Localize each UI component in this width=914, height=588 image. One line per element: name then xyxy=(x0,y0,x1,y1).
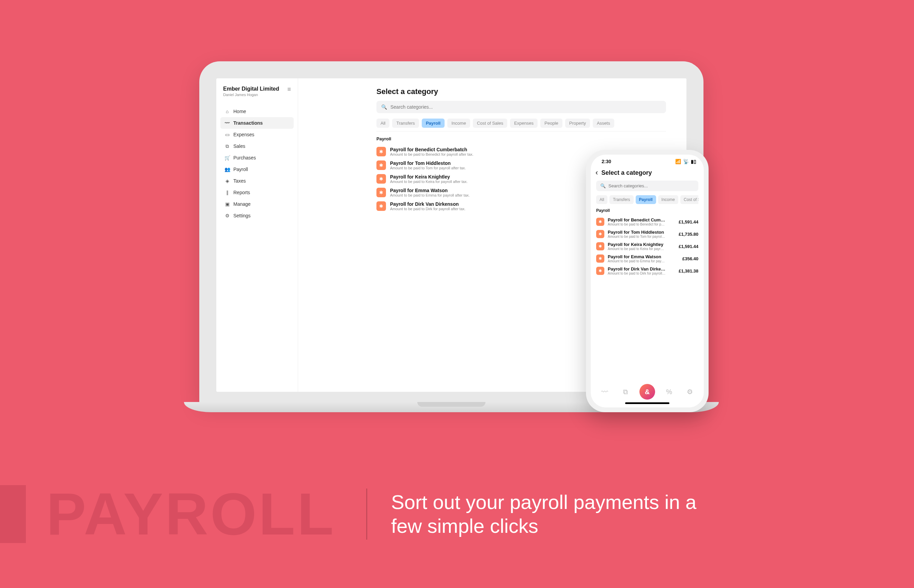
person-icon: ✱ xyxy=(596,267,604,275)
mobile-search-input[interactable] xyxy=(609,183,694,188)
home-indicator xyxy=(625,402,669,404)
payroll-amount: £356.40 xyxy=(682,256,698,261)
nav-manage[interactable]: ▣Manage xyxy=(220,198,294,210)
tagline: Sort out your payroll payments in a few … xyxy=(391,490,732,538)
payroll-sub: Amount to be paid to Keira for payroll a… xyxy=(608,247,666,251)
search-box[interactable]: 🔍 xyxy=(376,101,666,113)
tab-payroll[interactable]: Payroll xyxy=(422,118,444,128)
nav-label: Settings xyxy=(233,213,251,218)
nav-label: Taxes xyxy=(233,178,246,184)
tab-income[interactable]: Income xyxy=(447,118,470,128)
status-time: 2:30 xyxy=(602,159,611,164)
payroll-row[interactable]: ✱ Payroll for Dirk Van Dirkens… Amount t… xyxy=(596,265,698,277)
phone-mockup: 2:30 📶 📡 ▮▯ ‹ Select a category 🔍 All Tr… xyxy=(586,150,709,412)
search-icon: 🔍 xyxy=(600,183,606,188)
nav-label: Transactions xyxy=(233,120,263,126)
nav-taxes[interactable]: ◈Taxes xyxy=(220,175,294,187)
payroll-row[interactable]: ✱ Payroll for Benedict Cumbe… Amount to … xyxy=(596,216,698,228)
laptop-notch xyxy=(417,402,486,407)
search-icon: 🔍 xyxy=(381,104,387,110)
tab-cost-partial[interactable]: Cost of S xyxy=(680,195,698,204)
tab-cost-of-sales[interactable]: Cost of Sales xyxy=(473,118,507,128)
payroll-text: Payroll for Dirk Van Dirkens… Amount to … xyxy=(608,267,675,275)
nav-label: Expenses xyxy=(233,132,254,137)
cart-icon: 🛒 xyxy=(224,155,230,160)
battery-icon: ▮▯ xyxy=(691,159,696,164)
payroll-sub: Amount to be paid to Dirk for payroll af… xyxy=(608,271,666,275)
payroll-title: Payroll for Emma Watson xyxy=(608,254,666,259)
tabbar-center-button[interactable]: & xyxy=(639,384,655,400)
mobile-title: Select a category xyxy=(601,169,652,176)
person-icon: ✱ xyxy=(376,160,386,170)
tab-people[interactable]: People xyxy=(540,118,562,128)
person-icon: ✱ xyxy=(376,201,386,211)
nav-settings[interactable]: ⚙Settings xyxy=(220,210,294,221)
accent-bar xyxy=(0,485,26,543)
tab-payroll[interactable]: Payroll xyxy=(636,195,656,204)
tab-assets[interactable]: Assets xyxy=(593,118,614,128)
mobile-tab-bar: 〰 ⧉ & % ⚙ xyxy=(591,380,704,402)
nav-payroll[interactable]: 👥Payroll xyxy=(220,163,294,175)
section-label: Payroll xyxy=(376,136,666,141)
payroll-title: Payroll for Benedict Cumbe… xyxy=(608,217,666,223)
payroll-row[interactable]: ✱ Payroll for Emma Watson Amount to be p… xyxy=(596,252,698,265)
mobile-section-label: Payroll xyxy=(596,208,698,213)
tab-property[interactable]: Property xyxy=(565,118,590,128)
tab-all[interactable]: All xyxy=(376,118,389,128)
nav-label: Manage xyxy=(233,201,251,207)
tabbar-box-icon[interactable]: ⧉ xyxy=(618,385,632,399)
person-icon: ✱ xyxy=(376,147,386,157)
status-icons: 📶 📡 ▮▯ xyxy=(675,159,696,164)
nav-transactions[interactable]: 〰Transactions xyxy=(220,117,294,129)
headline: PAYROLL xyxy=(46,484,336,544)
sidebar-collapse-icon[interactable]: ≡ xyxy=(287,86,291,93)
company-name: Ember Digital Limited xyxy=(223,86,279,92)
payroll-row[interactable]: ✱ Payroll for Keira Knightley Amount to … xyxy=(596,240,698,252)
tab-expenses[interactable]: Expenses xyxy=(510,118,538,128)
payroll-text: Payroll for Emma Watson Amount to be pai… xyxy=(608,254,679,263)
status-bar: 2:30 📶 📡 ▮▯ xyxy=(591,155,704,166)
user-name: Daniel James Hogan xyxy=(223,93,279,97)
payroll-amount: £1,591.44 xyxy=(678,244,698,249)
mobile-header: ‹ Select a category xyxy=(591,166,704,181)
tab-all[interactable]: All xyxy=(596,195,607,204)
payroll-text: Payroll for Keira Knightley Amount to be… xyxy=(608,242,675,251)
sidebar: Ember Digital Limited Daniel James Hogan… xyxy=(216,78,298,392)
payroll-amount: £1,381.38 xyxy=(678,268,698,273)
nav-expenses[interactable]: ▭Expenses xyxy=(220,129,294,141)
tabbar-percent-icon[interactable]: % xyxy=(662,385,676,399)
company-block: Ember Digital Limited Daniel James Hogan xyxy=(223,86,279,97)
nav-purchases[interactable]: 🛒Purchases xyxy=(220,152,294,163)
mobile-body: 🔍 All Transfers Payroll Income Cost of S… xyxy=(591,181,704,380)
payroll-sub: Amount to be paid to Emma for payroll a… xyxy=(608,259,666,263)
tab-income[interactable]: Income xyxy=(658,195,678,204)
mobile-search-box[interactable]: 🔍 xyxy=(596,181,698,191)
nav-label: Home xyxy=(233,109,246,114)
search-input[interactable] xyxy=(391,104,661,110)
nav-label: Sales xyxy=(233,144,245,149)
nav-sales[interactable]: ⧉Sales xyxy=(220,141,294,152)
tab-transfers[interactable]: Transfers xyxy=(609,195,633,204)
payroll-text: Payroll for Benedict Cumbe… Amount to be… xyxy=(608,217,675,226)
nav-home[interactable]: ⌂Home xyxy=(220,106,294,117)
person-icon: ✱ xyxy=(596,218,604,226)
nav-reports[interactable]: ∥Reports xyxy=(220,187,294,198)
payroll-title: Payroll for Dirk Van Dirkens… xyxy=(608,267,666,271)
trend-icon: 〰 xyxy=(224,120,230,126)
tab-transfers[interactable]: Transfers xyxy=(392,118,419,128)
sidebar-header: Ember Digital Limited Daniel James Hogan… xyxy=(216,86,298,103)
tabbar-activity-icon[interactable]: 〰 xyxy=(598,385,612,399)
payroll-row[interactable]: ✱ Payroll for Tom Hiddleston Amount to b… xyxy=(596,228,698,240)
nav-label: Purchases xyxy=(233,155,256,160)
tabbar-settings-icon[interactable]: ⚙ xyxy=(683,385,697,399)
person-icon: ✱ xyxy=(596,242,604,250)
divider xyxy=(366,488,367,540)
mobile-tabs: All Transfers Payroll Income Cost of S xyxy=(596,195,698,204)
gear-icon: ⚙ xyxy=(224,213,230,218)
back-icon[interactable]: ‹ xyxy=(596,168,598,177)
page-title: Select a category xyxy=(376,87,666,96)
person-icon: ✱ xyxy=(376,174,386,184)
payroll-title: Payroll for Tom Hiddleston xyxy=(608,229,666,235)
mobile-app: 2:30 📶 📡 ▮▯ ‹ Select a category 🔍 All Tr… xyxy=(591,155,704,407)
person-icon: ✱ xyxy=(596,230,604,238)
